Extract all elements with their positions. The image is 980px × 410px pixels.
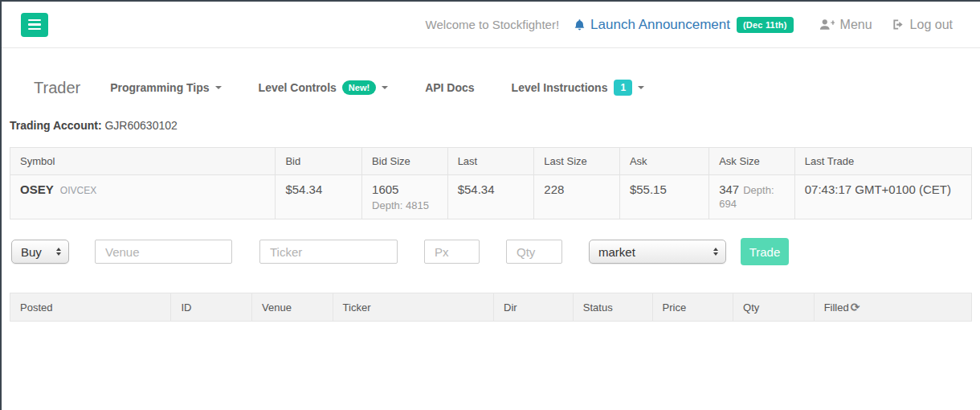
sign-out-icon xyxy=(892,18,904,31)
order-entry-form: Buy market Trade xyxy=(11,238,972,265)
last-trade-cell: 07:43:17 GMT+0100 (CET) xyxy=(794,175,971,219)
new-badge: New! xyxy=(342,80,376,95)
select-arrows-icon xyxy=(713,248,718,256)
trade-button[interactable]: Trade xyxy=(741,238,789,265)
brand-trader[interactable]: Trader xyxy=(34,79,80,97)
symbol-venue: OIVCEX xyxy=(60,185,96,196)
announcement-date-badge: (Dec 11th) xyxy=(737,17,794,33)
trading-account-value: GJR60630102 xyxy=(104,119,177,132)
ticker-input[interactable] xyxy=(259,240,398,264)
col-order-ticker: Ticker xyxy=(333,293,493,322)
quotes-table: Symbol Bid Bid Size Last Last Size Ask A… xyxy=(10,147,972,219)
menu-button[interactable]: Menu xyxy=(819,18,872,32)
price-input[interactable] xyxy=(424,240,480,264)
orders-table: Posted ID Venue Ticker Dir Status Price … xyxy=(10,293,972,322)
user-plus-icon xyxy=(819,18,835,31)
col-qty: Qty xyxy=(733,293,815,322)
bid-cell: $54.34 xyxy=(276,175,362,219)
bid-depth: Depth: 4815 xyxy=(372,199,438,211)
col-id: ID xyxy=(171,293,252,322)
nav-level-controls[interactable]: Level Controls New! xyxy=(259,80,389,95)
direction-value: Buy xyxy=(21,245,42,259)
secondary-nav: Trader Programming Tips Level Controls N… xyxy=(2,48,980,98)
nav-api-docs[interactable]: API Docs xyxy=(425,81,474,94)
chevron-down-icon xyxy=(215,86,222,89)
trading-account-label: Trading Account: xyxy=(10,119,102,132)
welcome-text: Welcome to Stockfighter! xyxy=(426,18,559,31)
nav-level-instructions[interactable]: Level Instructions 1 xyxy=(512,80,645,96)
quote-row: OSEY OIVCEX $54.34 1605 Depth: 4815 $54.… xyxy=(10,175,972,219)
symbol-cell: OSEY OIVCEX xyxy=(10,175,276,219)
col-filled: Filled⟳ xyxy=(814,293,971,322)
col-dir: Dir xyxy=(494,293,574,322)
launch-announcement-link[interactable]: Launch Announcement xyxy=(590,17,730,33)
trading-account-line: Trading Account: GJR60630102 xyxy=(2,98,980,132)
hamburger-menu-button[interactable] xyxy=(21,13,48,37)
col-status: Status xyxy=(573,293,652,322)
col-price: Price xyxy=(652,293,733,322)
ask-size-cell: 347Depth: 694 xyxy=(709,175,795,219)
select-arrows-icon xyxy=(56,248,61,256)
col-order-venue: Venue xyxy=(252,293,333,322)
col-symbol: Symbol xyxy=(10,148,276,175)
chevron-down-icon xyxy=(382,86,388,89)
last-cell: $54.34 xyxy=(447,175,534,219)
instructions-count-badge: 1 xyxy=(614,80,632,96)
chevron-down-icon xyxy=(638,86,644,89)
bid-size-value: 1605 xyxy=(372,182,438,196)
nav-programming-tips[interactable]: Programming Tips xyxy=(110,81,221,94)
ask-cell: $55.15 xyxy=(619,175,708,219)
ask-size-value: 347 xyxy=(719,182,739,196)
refresh-icon[interactable]: ⟳ xyxy=(851,301,860,314)
menu-label: Menu xyxy=(840,18,872,32)
col-ask: Ask xyxy=(619,148,708,175)
symbol-ticker: OSEY xyxy=(20,182,54,196)
venue-input[interactable] xyxy=(95,240,232,264)
quantity-input[interactable] xyxy=(506,240,562,264)
bell-icon xyxy=(574,18,586,31)
bid-size-cell: 1605 Depth: 4815 xyxy=(362,175,448,219)
col-last-size: Last Size xyxy=(534,148,620,175)
logout-label: Log out xyxy=(910,18,953,32)
col-bid-size: Bid Size xyxy=(362,148,448,175)
order-type-value: market xyxy=(598,245,635,259)
col-posted: Posted xyxy=(10,293,171,322)
direction-select[interactable]: Buy xyxy=(11,240,69,264)
quotes-header-row: Symbol Bid Bid Size Last Last Size Ask A… xyxy=(10,148,972,175)
logout-button[interactable]: Log out xyxy=(892,18,953,32)
order-type-select[interactable]: market xyxy=(589,240,726,264)
col-bid: Bid xyxy=(276,148,362,175)
top-header-bar: Welcome to Stockfighter! Launch Announce… xyxy=(2,2,980,48)
last-size-cell: 228 xyxy=(534,175,620,219)
col-ask-size: Ask Size xyxy=(709,148,795,175)
orders-header-row: Posted ID Venue Ticker Dir Status Price … xyxy=(10,293,972,322)
col-last: Last xyxy=(447,148,534,175)
col-last-trade: Last Trade xyxy=(794,148,971,175)
